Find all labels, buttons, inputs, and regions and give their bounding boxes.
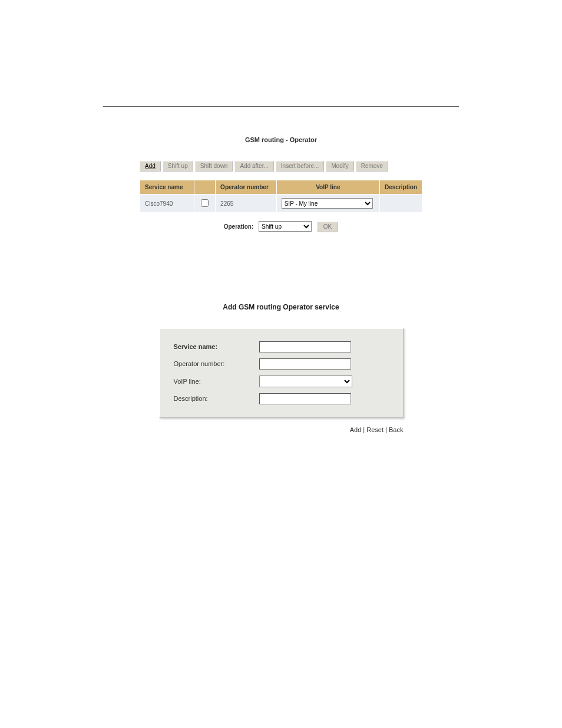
col-description: Description xyxy=(379,180,422,195)
operation-label: Operation: xyxy=(224,223,254,230)
cell-description xyxy=(379,195,422,213)
field-voip-line: VoIP line: xyxy=(174,375,389,387)
col-checkbox xyxy=(194,180,216,195)
add-operator-service-panel: Add GSM routing Operator service Service… xyxy=(159,303,404,433)
voip-line-input[interactable] xyxy=(259,375,352,387)
add-after-button[interactable]: Add after... xyxy=(234,161,273,172)
cell-checkbox xyxy=(194,195,216,213)
form-box: Service name: Operator number: VoIP line… xyxy=(159,328,404,418)
modify-button[interactable]: Modify xyxy=(326,161,353,172)
service-name-label: Service name: xyxy=(174,343,259,350)
field-service-name: Service name: xyxy=(174,341,389,353)
reset-link[interactable]: Reset xyxy=(366,426,384,433)
insert-before-button[interactable]: Insert before... xyxy=(276,161,324,172)
col-service-name: Service name xyxy=(140,180,194,195)
add-panel-title: Add GSM routing Operator service xyxy=(159,303,404,311)
operator-number-input[interactable] xyxy=(259,358,351,370)
field-operator-number: Operator number: xyxy=(174,358,389,370)
operation-row: Operation: Shift up OK xyxy=(140,221,422,232)
col-voip-line: VoIP line xyxy=(276,180,379,195)
shift-up-button[interactable]: Shift up xyxy=(163,161,193,172)
field-description: Description: xyxy=(174,393,389,404)
ok-button[interactable]: OK xyxy=(317,222,338,232)
back-link[interactable]: Back xyxy=(389,426,403,433)
add-button[interactable]: Add xyxy=(140,161,161,172)
cell-operator-number: 2265 xyxy=(216,195,277,213)
sep: | xyxy=(384,426,389,433)
operator-number-label: Operator number: xyxy=(174,360,259,367)
form-actions: Add | Reset | Back xyxy=(159,426,404,433)
description-label: Description: xyxy=(174,395,259,402)
description-input[interactable] xyxy=(259,393,351,404)
section-rule xyxy=(103,106,459,107)
sep: | xyxy=(361,426,366,433)
gsm-routing-operator-panel: GSM routing - Operator Add Shift up Shif… xyxy=(140,130,422,232)
row-checkbox[interactable] xyxy=(201,199,209,207)
remove-button[interactable]: Remove xyxy=(356,161,388,172)
voip-line-select[interactable]: SIP - My line xyxy=(282,198,373,209)
cell-service-name: Cisco7940 xyxy=(140,195,194,213)
panel-title: GSM routing - Operator xyxy=(140,136,422,143)
shift-down-button[interactable]: Shift down xyxy=(195,161,233,172)
voip-line-label: VoIP line: xyxy=(174,378,259,385)
service-name-input[interactable] xyxy=(259,341,351,353)
operator-table: Service name Operator number VoIP line D… xyxy=(140,180,422,213)
toolbar: Add Shift up Shift down Add after... Ins… xyxy=(140,161,422,172)
add-link[interactable]: Add xyxy=(350,426,362,433)
table-row: Cisco7940 2265 SIP - My line xyxy=(140,195,422,213)
col-operator-number: Operator number xyxy=(216,180,277,195)
operation-select[interactable]: Shift up xyxy=(259,221,312,232)
cell-voip-line: SIP - My line xyxy=(276,195,379,213)
